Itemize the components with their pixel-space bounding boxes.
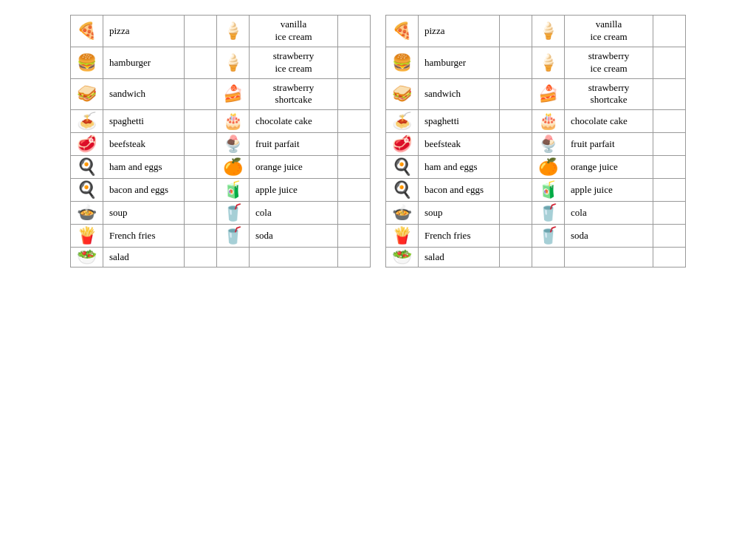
table-row: 🍲soup🥤cola bbox=[71, 202, 371, 225]
food-icon-left: 🍕 bbox=[386, 16, 419, 47]
table-row: 🥩beefsteak🍨fruit parfait bbox=[386, 133, 686, 156]
blank-cell-2 bbox=[338, 16, 371, 47]
food-name-left: ham and eggs bbox=[103, 156, 185, 179]
table-row: 🍔hamburger🍦strawberryice cream bbox=[386, 47, 686, 78]
food-name-right: vanillaice cream bbox=[565, 16, 653, 47]
food-name-right: strawberryshortcake bbox=[250, 78, 338, 110]
blank-cell-2 bbox=[653, 248, 686, 268]
blank-cell-2 bbox=[653, 133, 686, 156]
blank-cell-2 bbox=[653, 78, 686, 110]
food-name-right: soda bbox=[565, 225, 653, 248]
food-icon-right: 🥤 bbox=[532, 202, 565, 225]
blank-cell-2 bbox=[653, 156, 686, 179]
food-name-right: vanillaice cream bbox=[250, 16, 338, 47]
food-name-left: spaghetti bbox=[103, 110, 185, 133]
blank-cell-1 bbox=[500, 16, 532, 47]
blank-cell-1 bbox=[185, 248, 217, 268]
food-icon-left: 🍲 bbox=[386, 202, 419, 225]
table-row: 🥪sandwich🍰strawberryshortcake bbox=[71, 78, 371, 110]
table-row: 🥩beefsteak🍨fruit parfait bbox=[71, 133, 371, 156]
blank-cell-1 bbox=[185, 16, 217, 47]
blank-cell-1 bbox=[500, 156, 532, 179]
blank-cell-1 bbox=[185, 133, 217, 156]
food-name-right: orange juice bbox=[565, 156, 653, 179]
table-row: 🍝spaghetti🎂chocolate cake bbox=[386, 110, 686, 133]
food-name-right bbox=[250, 248, 338, 268]
blank-cell-1 bbox=[185, 202, 217, 225]
food-icon-left: 🍳 bbox=[71, 156, 103, 179]
blank-cell-2 bbox=[338, 156, 371, 179]
food-name-left: pizza bbox=[419, 16, 500, 47]
blank-cell-2 bbox=[338, 110, 371, 133]
food-name-left: salad bbox=[103, 248, 185, 268]
food-icon-left: 🥩 bbox=[71, 133, 103, 156]
food-name-left: beefsteak bbox=[419, 133, 500, 156]
food-icon-right: 🥤 bbox=[217, 202, 250, 225]
food-icon-right: 🧃 bbox=[217, 179, 250, 202]
food-icon-right: 🍦 bbox=[532, 16, 565, 47]
table-row: 🍕pizza🍦vanillaice cream bbox=[386, 16, 686, 47]
blank-cell-2 bbox=[338, 202, 371, 225]
table-row: 🍳bacon and eggs🧃apple juice bbox=[386, 179, 686, 202]
blank-cell-1 bbox=[500, 47, 532, 78]
food-name-left: soup bbox=[103, 202, 185, 225]
food-icon-right: 🍦 bbox=[532, 47, 565, 78]
blank-cell-2 bbox=[338, 225, 371, 248]
blank-cell-1 bbox=[500, 78, 532, 110]
food-name-left: salad bbox=[419, 248, 500, 268]
food-name-left: hamburger bbox=[103, 47, 185, 78]
blank-cell-2 bbox=[653, 110, 686, 133]
blank-cell-1 bbox=[500, 110, 532, 133]
food-name-left: pizza bbox=[103, 16, 185, 47]
table-row: 🍳bacon and eggs🧃apple juice bbox=[71, 179, 371, 202]
food-name-right bbox=[565, 248, 653, 268]
food-name-right: chocolate cake bbox=[250, 110, 338, 133]
food-icon-left: 🍔 bbox=[71, 47, 103, 78]
blank-cell-1 bbox=[185, 225, 217, 248]
food-name-left: soup bbox=[419, 202, 500, 225]
food-icon-left: 🥗 bbox=[71, 248, 103, 268]
food-name-left: spaghetti bbox=[419, 110, 500, 133]
food-name-left: hamburger bbox=[419, 47, 500, 78]
table-row: 🍕pizza🍦vanillaice cream bbox=[71, 16, 371, 47]
table-row: 🍳ham and eggs🍊orange juice bbox=[71, 156, 371, 179]
food-icon-right: 🎂 bbox=[217, 110, 250, 133]
blank-cell-2 bbox=[338, 179, 371, 202]
table-row: 🍟French fries🥤soda bbox=[71, 225, 371, 248]
food-icon-right: 🍊 bbox=[532, 156, 565, 179]
food-icon-left: 🍔 bbox=[386, 47, 419, 78]
food-name-left: ham and eggs bbox=[419, 156, 500, 179]
food-name-right: fruit parfait bbox=[565, 133, 653, 156]
blank-cell-2 bbox=[653, 47, 686, 78]
food-icon-right: 🍰 bbox=[217, 78, 250, 110]
food-icon-right: 🥤 bbox=[217, 225, 250, 248]
blank-cell-2 bbox=[338, 47, 371, 78]
food-icon-right: 🎂 bbox=[532, 110, 565, 133]
food-icon-left: 🥗 bbox=[386, 248, 419, 268]
page: 🍕pizza🍦vanillaice cream🍔hamburger🍦strawb… bbox=[70, 15, 686, 268]
food-icon-left: 🍝 bbox=[71, 110, 103, 133]
food-name-left: French fries bbox=[103, 225, 185, 248]
food-icon-right bbox=[532, 248, 565, 268]
food-name-right: strawberryice cream bbox=[250, 47, 338, 78]
blank-cell-1 bbox=[185, 78, 217, 110]
food-icon-left: 🍲 bbox=[71, 202, 103, 225]
food-icon-left: 🍳 bbox=[71, 179, 103, 202]
table-row: 🍟French fries🥤soda bbox=[386, 225, 686, 248]
food-table-left: 🍕pizza🍦vanillaice cream🍔hamburger🍦strawb… bbox=[70, 15, 371, 268]
table-row: 🍝spaghetti🎂chocolate cake bbox=[71, 110, 371, 133]
blank-cell-2 bbox=[338, 133, 371, 156]
food-icon-left: 🍕 bbox=[71, 16, 103, 47]
blank-cell-2 bbox=[338, 78, 371, 110]
food-name-right: chocolate cake bbox=[565, 110, 653, 133]
food-name-right: apple juice bbox=[565, 179, 653, 202]
blank-cell-2 bbox=[653, 179, 686, 202]
blank-cell-1 bbox=[500, 225, 532, 248]
food-name-right: cola bbox=[250, 202, 338, 225]
blank-cell-1 bbox=[185, 179, 217, 202]
food-icon-left: 🥪 bbox=[71, 78, 103, 110]
food-name-left: bacon and eggs bbox=[103, 179, 185, 202]
blank-cell-2 bbox=[653, 225, 686, 248]
food-name-left: sandwich bbox=[103, 78, 185, 110]
table-row: 🥗salad bbox=[71, 248, 371, 268]
